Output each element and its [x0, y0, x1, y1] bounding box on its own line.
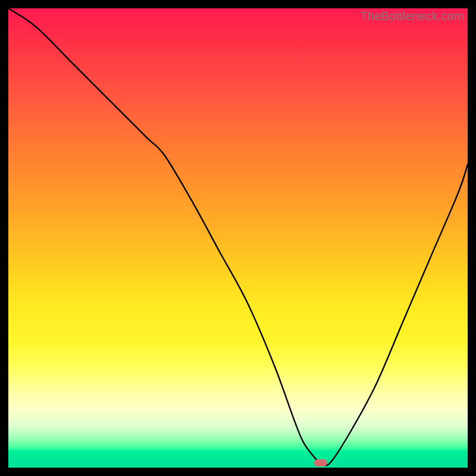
bottleneck-curve	[8, 8, 468, 468]
chart-stage: TheBottleneck.com	[0, 0, 476, 476]
optimal-marker	[314, 459, 327, 466]
chart-plot-area: TheBottleneck.com	[8, 8, 468, 468]
